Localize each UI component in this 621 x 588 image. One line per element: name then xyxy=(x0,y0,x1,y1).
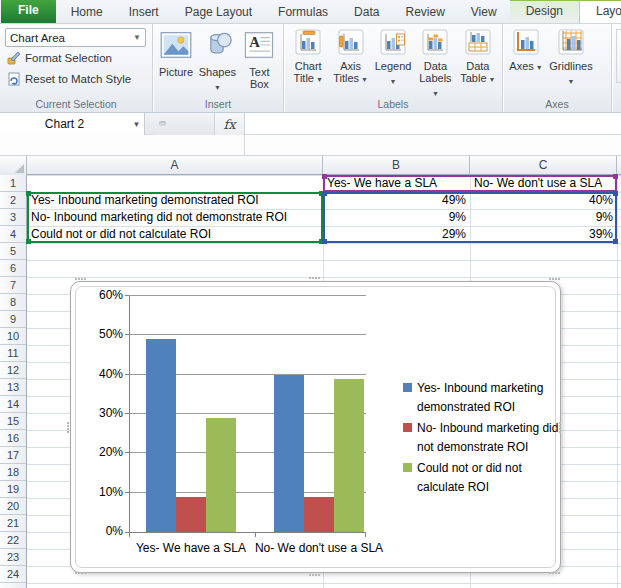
fx-icon: fx xyxy=(223,117,235,132)
row-header-17[interactable]: 17 xyxy=(0,447,26,464)
bar-series1-cat2[interactable] xyxy=(274,375,304,532)
format-selection-label: Format Selection xyxy=(25,52,112,64)
chart-resize-grip[interactable] xyxy=(309,574,311,576)
chart-resize-grip[interactable] xyxy=(309,277,311,279)
cell-A4[interactable]: Could not or did not calculate ROI xyxy=(27,226,323,243)
row-header-19[interactable]: 19 xyxy=(0,481,26,498)
row-header-10[interactable]: 10 xyxy=(0,328,26,345)
cell-B3[interactable]: 9% xyxy=(323,209,470,226)
row-header-4[interactable]: 4 xyxy=(0,226,26,243)
cell-C1[interactable]: No- We don't use a SLA xyxy=(470,175,617,192)
legend-entry[interactable]: Could not or did not calculate ROI xyxy=(401,459,561,497)
select-all-button[interactable] xyxy=(0,156,27,175)
row-header-21[interactable]: 21 xyxy=(0,515,26,532)
bar-series3-cat2[interactable] xyxy=(334,379,364,532)
axis-titles-button[interactable]: Axis Titles ▼ xyxy=(329,27,371,98)
legend-swatch xyxy=(403,423,412,432)
column-header-A[interactable]: A xyxy=(27,156,323,175)
column-header-B[interactable]: B xyxy=(323,156,470,175)
chart-plot-area[interactable]: 0%10%20%30%40%50%60%Yes- We have a SLANo… xyxy=(129,296,366,532)
chart-title-button[interactable]: Chart Title ▼ xyxy=(287,27,329,98)
formula-input[interactable] xyxy=(245,113,621,134)
tab-formulas[interactable]: Formulas xyxy=(265,1,341,23)
gridlines-button[interactable]: Gridlines ▼ xyxy=(546,27,596,98)
reset-to-match-style-button[interactable]: Reset to Match Style xyxy=(5,69,147,89)
row-header-13[interactable]: 13 xyxy=(0,379,26,396)
row-header-2[interactable]: 2 xyxy=(0,192,26,209)
bar-series3-cat1[interactable] xyxy=(206,418,236,532)
bar-series1-cat1[interactable] xyxy=(146,339,176,532)
legend-swatch xyxy=(403,383,412,392)
cell-C2[interactable]: 40% xyxy=(470,192,617,209)
axes-button[interactable]: Axes ▼ xyxy=(506,27,546,98)
cell-B1[interactable]: Yes- We have a SLA xyxy=(323,175,470,192)
button-label: Picture xyxy=(159,66,193,78)
tab-page-layout[interactable]: Page Layout xyxy=(172,1,265,23)
cell-C3[interactable]: 9% xyxy=(470,209,617,226)
tab-view[interactable]: View xyxy=(458,1,510,23)
cell-A2[interactable]: Yes- Inbound marketing demonstrated ROI xyxy=(27,192,323,209)
tab-insert[interactable]: Insert xyxy=(116,1,172,23)
tab-home[interactable]: Home xyxy=(58,1,116,23)
column-header-C[interactable]: C xyxy=(470,156,617,175)
formula-bar-extension xyxy=(0,135,621,156)
text-box-button[interactable]: AText Box xyxy=(239,27,280,98)
grid-line xyxy=(617,175,618,588)
data-table-icon xyxy=(465,29,491,58)
x-axis-tick xyxy=(255,532,256,537)
chart-resize-grip[interactable] xyxy=(559,422,561,424)
name-box-dropdown-icon[interactable]: ▼ xyxy=(129,120,144,129)
chart-resize-grip[interactable] xyxy=(549,278,551,280)
row-header-22[interactable]: 22 xyxy=(0,532,26,549)
row-header-18[interactable]: 18 xyxy=(0,464,26,481)
name-box[interactable]: Chart 2 ▼ xyxy=(0,113,145,135)
y-axis-tick-label: 20% xyxy=(77,445,123,459)
y-axis-tick-label: 60% xyxy=(77,288,123,302)
bar-series2-cat2[interactable] xyxy=(304,497,334,532)
data-labels-button[interactable]: Data Labels ▼ xyxy=(414,27,456,98)
row-header-15[interactable]: 15 xyxy=(0,413,26,430)
chart-resize-grip[interactable] xyxy=(67,422,69,424)
chevron-down-icon[interactable]: ▼ xyxy=(133,33,141,42)
row-header-8[interactable]: 8 xyxy=(0,294,26,311)
cell-B2[interactable]: 49% xyxy=(323,192,470,209)
picture-button[interactable]: Picture xyxy=(156,27,196,98)
row-header-16[interactable]: 16 xyxy=(0,430,26,447)
row-header-5[interactable]: 5 xyxy=(0,243,26,260)
ribbon: Chart Area ▼ Format Selection Reset to M… xyxy=(0,24,621,113)
row-header-24[interactable]: 24 xyxy=(0,566,26,583)
legend-entry[interactable]: No- Inbound marketing did not demonstrat… xyxy=(401,419,561,457)
row-header-14[interactable]: 14 xyxy=(0,396,26,413)
cell-A3[interactable]: No- Inbound marketing did not demonstrat… xyxy=(27,209,323,226)
row-header-3[interactable]: 3 xyxy=(0,209,26,226)
tab-layout[interactable]: Layout xyxy=(579,1,621,23)
row-header-23[interactable]: 23 xyxy=(0,549,26,566)
tab-data[interactable]: Data xyxy=(341,1,392,23)
reset-style-label: Reset to Match Style xyxy=(25,73,131,85)
tab-file[interactable]: File xyxy=(1,0,56,23)
format-selection-button[interactable]: Format Selection xyxy=(5,48,147,68)
row-header-6[interactable]: 6 xyxy=(0,260,26,277)
row-header-12[interactable]: 12 xyxy=(0,362,26,379)
worksheet[interactable]: ABC 123456789101112131415161718192021222… xyxy=(0,156,621,588)
tab-design[interactable]: Design xyxy=(510,1,579,23)
cell-C4[interactable]: 39% xyxy=(470,226,617,243)
row-header-7[interactable]: 7 xyxy=(0,277,26,294)
insert-function-button[interactable]: fx xyxy=(215,113,245,135)
shapes-button[interactable]: Shapes ▼ xyxy=(196,27,239,98)
cell-B4[interactable]: 29% xyxy=(323,226,470,243)
chart-resize-grip[interactable] xyxy=(75,572,77,574)
row-header-9[interactable]: 9 xyxy=(0,311,26,328)
row-header-1[interactable]: 1 xyxy=(0,175,26,192)
row-header-11[interactable]: 11 xyxy=(0,345,26,362)
legend-entry[interactable]: Yes- Inbound marketing demonstrated ROI xyxy=(401,379,561,417)
data-table-button[interactable]: Data Table ▼ xyxy=(457,27,499,98)
legend-button[interactable]: Legend ▼ xyxy=(372,27,414,98)
bar-series2-cat1[interactable] xyxy=(176,497,206,532)
tab-review[interactable]: Review xyxy=(392,1,457,23)
chart-elements-combobox[interactable]: Chart Area ▼ xyxy=(5,28,146,47)
row-header-20[interactable]: 20 xyxy=(0,498,26,515)
chart-resize-grip[interactable] xyxy=(549,572,551,574)
chart[interactable]: 0%10%20%30%40%50%60%Yes- We have a SLANo… xyxy=(70,281,561,573)
chart-resize-grip[interactable] xyxy=(75,278,77,280)
